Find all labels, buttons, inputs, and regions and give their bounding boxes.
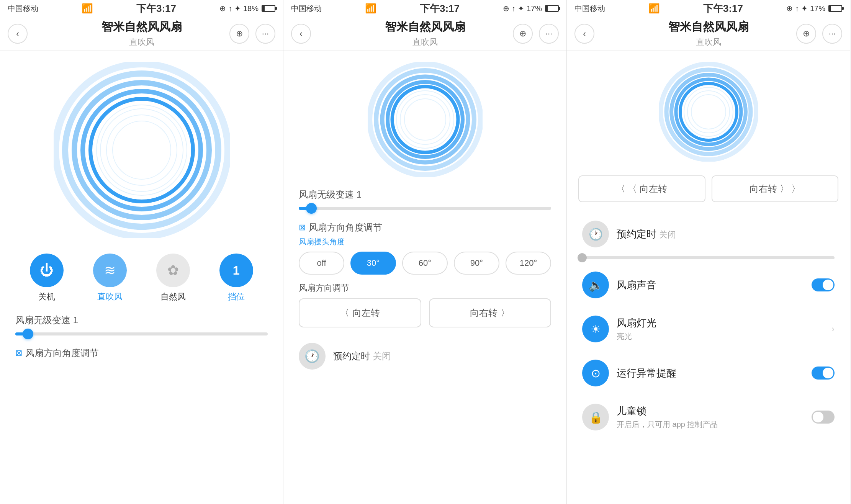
chevron-left-icon-3: 〈 bbox=[616, 183, 625, 195]
sound-setting-name-3: 风扇声音 bbox=[617, 278, 804, 292]
app-title-2: 智米自然风风扇 bbox=[385, 19, 465, 35]
wifi-icon-3: 📶 bbox=[648, 3, 660, 14]
turn-right-3[interactable]: 向右转 〉 〉 bbox=[712, 175, 839, 202]
fan-ring-medium bbox=[368, 62, 483, 177]
turn-left-3[interactable]: 〈 〈 向左转 bbox=[578, 175, 705, 202]
alert-setting-content-3: 运行异常提醒 bbox=[617, 367, 804, 380]
setting-sound-3[interactable]: 🔈 风扇声音 bbox=[567, 263, 850, 307]
angle-60-2[interactable]: 60° bbox=[402, 252, 448, 275]
child-toggle-3[interactable] bbox=[812, 411, 835, 424]
arrow-icon-3: ↑ bbox=[795, 4, 799, 13]
panel-1: 中国移动 📶 下午3:17 ⊕ ↑ ✦ 18% ‹ 智米自然风风扇 直吹风 ⊕ … bbox=[0, 0, 283, 504]
share-button-2[interactable]: ⊕ bbox=[513, 24, 533, 44]
turn-left-label-3: 〈 向左转 bbox=[628, 183, 667, 195]
alert-setting-icon-3: ⊙ bbox=[582, 360, 609, 386]
fan-svg-sm bbox=[659, 62, 758, 162]
header-right-3: ⊕ ··· bbox=[796, 24, 842, 44]
angle-90-2[interactable]: 90° bbox=[454, 252, 499, 275]
turn-left-label-2: 向左转 bbox=[352, 307, 380, 319]
setting-child-3[interactable]: 🔒 儿童锁 开启后，只可用 app 控制产品 bbox=[567, 395, 850, 439]
angle-off-2[interactable]: off bbox=[299, 252, 344, 275]
app-subtitle-2: 直吹风 bbox=[412, 36, 438, 48]
schedule-thumb-3[interactable] bbox=[578, 253, 587, 262]
speed-section-2: 风扇无级变速 1 bbox=[283, 185, 566, 214]
natural-btn-1[interactable]: ✿ 自然风 bbox=[156, 254, 190, 303]
back-button-2[interactable]: ‹ bbox=[291, 24, 311, 44]
light-setting-icon-3: ☀ bbox=[582, 316, 609, 342]
status-bar-1: 中国移动 📶 下午3:17 ⊕ ↑ ✦ 18% bbox=[0, 0, 283, 17]
time-1: 下午3:17 bbox=[136, 2, 176, 15]
fan-circle-3 bbox=[567, 51, 850, 169]
app-header-1: ‹ 智米自然风风扇 直吹风 ⊕ ··· bbox=[0, 17, 283, 51]
child-setting-name-3: 儿童锁 bbox=[617, 404, 804, 418]
power-label-1: 关机 bbox=[38, 291, 55, 303]
time-3: 下午3:17 bbox=[703, 2, 743, 15]
slider-1[interactable] bbox=[15, 332, 268, 339]
schedule-desc-3: 关闭 bbox=[659, 230, 676, 239]
carrier-3: 中国移动 bbox=[574, 3, 605, 14]
schedule-setting-icon-3: 🕐 bbox=[582, 221, 609, 247]
right-icons-2: ⊕ ↑ ✦ 17% bbox=[503, 4, 559, 13]
more-button-2[interactable]: ··· bbox=[539, 24, 559, 44]
child-setting-icon-3: 🔒 bbox=[582, 404, 609, 430]
direct-label-1: 直吹风 bbox=[97, 291, 123, 303]
battery-1: 18% bbox=[243, 4, 259, 13]
power-btn-1[interactable]: ⏻ 关机 bbox=[30, 254, 64, 303]
speed-section-1: 风扇无级变速 1 bbox=[0, 310, 283, 339]
more-button-1[interactable]: ··· bbox=[255, 24, 275, 44]
setting-alert-3[interactable]: ⊙ 运行异常提醒 bbox=[567, 351, 850, 395]
alert-toggle-3[interactable] bbox=[812, 367, 835, 380]
back-button-3[interactable]: ‹ bbox=[574, 24, 594, 44]
fan-svg-lg bbox=[54, 62, 230, 238]
direction-title-2: ⊠ 风扇方向角度调节 bbox=[299, 221, 551, 234]
more-button-3[interactable]: ··· bbox=[822, 24, 842, 44]
chevron-right-icon-3: 〉 bbox=[791, 183, 800, 195]
angle-120-2[interactable]: 120° bbox=[506, 252, 551, 275]
light-setting-desc-3: 亮光 bbox=[617, 331, 824, 342]
carrier-2: 中国移动 bbox=[291, 3, 322, 14]
schedule-setting-content-3: 预约定时 关闭 bbox=[617, 227, 835, 241]
child-setting-content-3: 儿童锁 开启后，只可用 app 控制产品 bbox=[617, 404, 804, 430]
schedule-setting-name-3: 预约定时 关闭 bbox=[617, 227, 835, 241]
setting-schedule-3[interactable]: 🕐 预约定时 关闭 bbox=[567, 212, 850, 256]
gear-label-1: 挡位 bbox=[228, 291, 245, 303]
schedule-track-3 bbox=[582, 256, 835, 259]
share-button-1[interactable]: ⊕ bbox=[229, 24, 249, 44]
setting-light-3[interactable]: ☀ 风扇灯光 亮光 › bbox=[567, 307, 850, 351]
sound-toggle-3[interactable] bbox=[812, 278, 835, 291]
light-setting-name-3: 风扇灯光 bbox=[617, 316, 824, 330]
app-title-3: 智米自然风风扇 bbox=[668, 19, 749, 35]
slider-thumb-2[interactable] bbox=[306, 203, 317, 214]
direction-section-2: ⊠ 风扇方向角度调节 风扇摆头角度 off 30° 60° 90° 120° 风… bbox=[283, 214, 566, 327]
svg-point-5 bbox=[97, 105, 187, 195]
arrow-icon-2: ↑ bbox=[512, 4, 516, 13]
app-title-1: 智米自然风风扇 bbox=[101, 19, 182, 35]
share-button-3[interactable]: ⊕ bbox=[796, 24, 816, 44]
angle-30-2[interactable]: 30° bbox=[350, 252, 396, 275]
angle-label-2: 风扇摆头角度 bbox=[299, 237, 551, 247]
gear-btn-1[interactable]: 1 挡位 bbox=[219, 254, 253, 303]
alert-setting-name-3: 运行异常提醒 bbox=[617, 367, 804, 380]
natural-label-1: 自然风 bbox=[160, 291, 186, 303]
direction-section-1: ⊠ 风扇方向角度调节 bbox=[0, 339, 283, 362]
wifi-icon-2: 📶 bbox=[365, 3, 376, 14]
dir-label-2: 风扇方向角度调节 bbox=[309, 221, 382, 234]
arrow-icon-1: ↑ bbox=[228, 4, 232, 13]
turn-right-2[interactable]: 向右转 〉 bbox=[429, 298, 552, 327]
slider-thumb-1[interactable] bbox=[23, 329, 33, 339]
natural-circle-1: ✿ bbox=[156, 254, 190, 287]
chevron-right-icon-2: 〉 bbox=[501, 307, 510, 319]
turn-left-2[interactable]: 〈 向左转 bbox=[299, 298, 421, 327]
schedule-off-2: 关闭 bbox=[373, 351, 391, 361]
direct-circle-1: ≋ bbox=[93, 254, 127, 287]
direct-btn-1[interactable]: ≋ 直吹风 bbox=[93, 254, 127, 303]
speed-title-1: 风扇无级变速 1 bbox=[15, 314, 268, 326]
battery-2: 17% bbox=[527, 4, 542, 13]
gear-circle-1: 1 bbox=[219, 254, 253, 287]
slider-2[interactable] bbox=[299, 207, 551, 214]
turn-right-label-2: 向右转 bbox=[470, 307, 498, 319]
bt-icon-1: ✦ bbox=[234, 4, 241, 13]
schedule-section-2[interactable]: 🕐 预约定时 关闭 bbox=[283, 335, 566, 370]
header-right-2: ⊕ ··· bbox=[513, 24, 559, 44]
back-button-1[interactable]: ‹ bbox=[8, 24, 28, 44]
